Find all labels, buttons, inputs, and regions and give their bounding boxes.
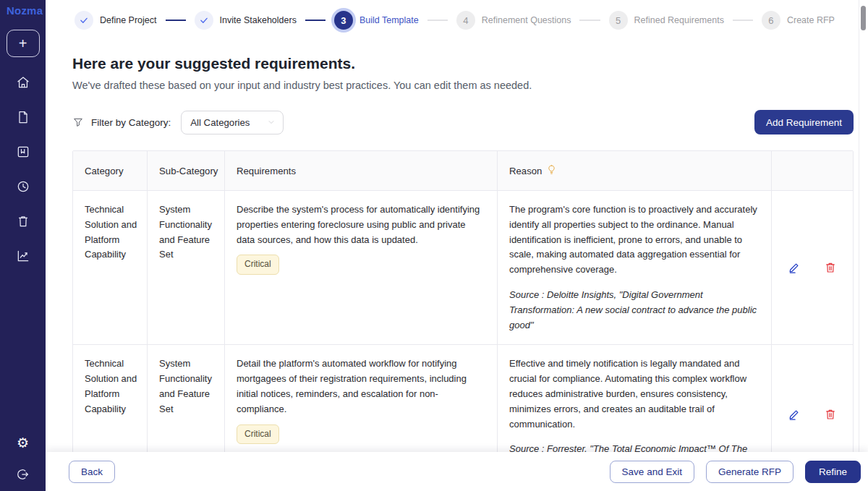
filter-funnel-icon: [72, 116, 85, 129]
header-actions: [772, 151, 853, 191]
step-3-build-template[interactable]: 3Build Template: [334, 11, 419, 30]
home-icon[interactable]: [15, 74, 31, 90]
settings-gear-icon[interactable]: ⚙: [15, 435, 31, 451]
edit-icon[interactable]: [787, 407, 801, 422]
step-connector: [579, 20, 600, 21]
reason-text: The program's core function is to proact…: [509, 202, 760, 278]
cell-actions: [772, 191, 853, 344]
category-select-value: All Categories: [190, 117, 250, 128]
filter-label: Filter by Category:: [91, 117, 171, 128]
trash-icon[interactable]: [15, 213, 31, 229]
chart-icon[interactable]: [15, 248, 31, 264]
bookmark-icon[interactable]: [15, 144, 31, 160]
requirement-text: Detail the platform's automated workflow…: [237, 356, 485, 417]
category-select[interactable]: All Categories: [181, 111, 284, 135]
requirement-text: Describe the system's process for automa…: [237, 202, 485, 247]
step-label: Invite Stakeholders: [220, 15, 297, 25]
step-number: 4: [456, 11, 475, 30]
plus-icon: +: [19, 36, 27, 51]
cell-category: Technical Solution and Platform Capabili…: [73, 191, 148, 344]
logout-icon[interactable]: [15, 466, 31, 482]
step-connector: [733, 20, 753, 21]
add-requirement-button[interactable]: Add Requirement: [754, 110, 854, 135]
step-check-icon: [195, 11, 213, 30]
table-row: Technical Solution and Platform Capabili…: [73, 191, 853, 345]
step-1-define-project[interactable]: Define Project: [75, 11, 157, 30]
step-label: Create RFP: [787, 15, 835, 25]
footer-bar: Back Save and Exit Generate RFP Refine: [46, 452, 868, 491]
table-body: Technical Solution and Platform Capabili…: [73, 191, 853, 491]
clock-icon[interactable]: [15, 179, 31, 195]
lightbulb-icon: [546, 164, 557, 177]
step-2-invite-stakeholders[interactable]: Invite Stakeholders: [195, 11, 297, 30]
step-4-refinement-questions[interactable]: 4Refinement Questions: [456, 11, 571, 30]
step-6-create-rfp[interactable]: 6Create RFP: [762, 11, 835, 30]
page-subtitle: We've drafted these based on your input …: [72, 80, 854, 91]
app-logo: Nozma: [0, 0, 43, 17]
refine-button[interactable]: Refine: [805, 461, 861, 483]
scrollbar-track[interactable]: [859, 0, 868, 491]
scrollbar-thumb[interactable]: [861, 6, 866, 30]
step-connector: [305, 20, 326, 21]
step-label: Build Template: [359, 15, 419, 25]
cell-requirements: Describe the system's process for automa…: [225, 191, 498, 344]
main-content: Define ProjectInvite Stakeholders3Build …: [46, 0, 868, 491]
step-label: Refined Requirements: [634, 15, 724, 25]
step-connector: [166, 20, 186, 21]
header-reason: Reason: [498, 151, 772, 191]
step-number: 3: [334, 11, 353, 30]
cell-reason: The program's core function is to proact…: [498, 191, 772, 344]
cell-sub-category: System Functionality and Feature Set: [148, 191, 225, 344]
chevron-down-icon: [267, 118, 276, 127]
delete-icon[interactable]: [823, 407, 838, 422]
page-title: Here are your suggested requirements.: [72, 55, 854, 72]
new-project-button[interactable]: +: [7, 30, 40, 57]
step-5-refined-requirements[interactable]: 5Refined Requirements: [609, 11, 724, 30]
table-header-row: Category Sub-Category Requirements Reaso…: [73, 151, 853, 191]
progress-stepper: Define ProjectInvite Stakeholders3Build …: [46, 0, 868, 40]
header-sub-category: Sub-Category: [148, 151, 225, 191]
requirements-table: Category Sub-Category Requirements Reaso…: [72, 150, 854, 491]
header-category: Category: [73, 151, 148, 191]
step-label: Refinement Questions: [482, 15, 571, 25]
step-connector: [427, 20, 448, 21]
priority-badge: Critical: [237, 424, 279, 444]
step-label: Define Project: [100, 15, 157, 25]
step-number: 5: [609, 11, 628, 30]
source-citation: Source : Deloitte Insights, "Digital Gov…: [509, 288, 760, 333]
priority-badge: Critical: [237, 255, 279, 274]
delete-icon[interactable]: [823, 260, 838, 275]
header-requirements: Requirements: [225, 151, 498, 191]
step-number: 6: [762, 11, 780, 30]
edit-icon[interactable]: [787, 260, 801, 275]
reason-text: Effective and timely notification is leg…: [509, 356, 760, 432]
sidebar: Nozma + ⚙: [0, 0, 46, 491]
step-check-icon: [75, 11, 93, 30]
save-and-exit-button[interactable]: Save and Exit: [610, 461, 694, 483]
document-icon[interactable]: [15, 109, 31, 125]
back-button[interactable]: Back: [69, 461, 115, 483]
generate-rfp-button[interactable]: Generate RFP: [706, 461, 793, 483]
